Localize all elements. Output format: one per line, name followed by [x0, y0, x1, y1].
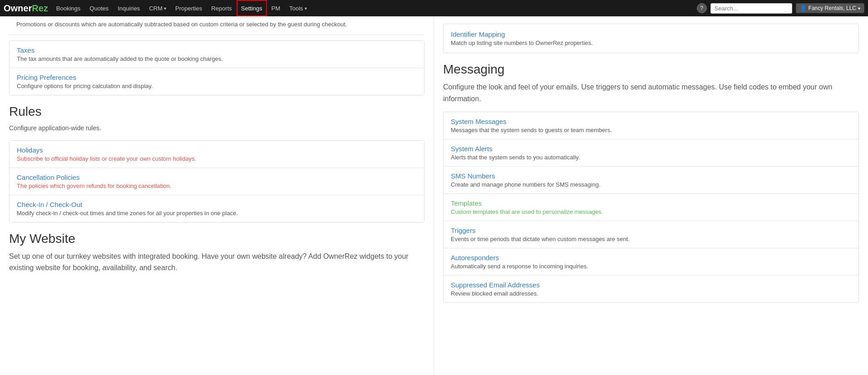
checkin-checkout-title: Check-In / Check-Out	[17, 201, 417, 208]
cancellation-policies-item[interactable]: Cancellation Policies The policies which…	[10, 168, 424, 195]
holidays-subtitle: Subscribe to official holiday lists or c…	[17, 155, 417, 162]
nav-settings[interactable]: Settings	[237, 0, 267, 16]
sms-numbers-title: SMS Numbers	[451, 172, 851, 180]
system-alerts-subtitle: Alerts that the system sends to you auto…	[451, 154, 851, 161]
search-input[interactable]	[710, 3, 792, 14]
identifier-mapping-title: Identifier Mapping	[451, 30, 851, 38]
cancellation-policies-subtitle: The policies which govern refunds for bo…	[17, 183, 417, 189]
user-dropdown[interactable]: 👤 Fancy Rentals, LLC ▾	[796, 3, 864, 13]
holidays-item[interactable]: Holidays Subscribe to official holiday l…	[10, 141, 424, 168]
rules-card-list: Holidays Subscribe to official holiday l…	[9, 140, 424, 222]
pricing-preferences-subtitle: Configure options for pricing calculatio…	[17, 83, 417, 89]
messaging-section-desc: Configure the look and feel of your emai…	[443, 81, 859, 104]
user-icon: 👤	[800, 5, 807, 11]
nav-reports[interactable]: Reports	[207, 0, 237, 16]
taxes-subtitle: The tax amounts that are automatically a…	[17, 55, 417, 62]
checkin-checkout-item[interactable]: Check-In / Check-Out Modify check-in / c…	[10, 195, 424, 222]
cancellation-policies-title: Cancellation Policies	[17, 173, 417, 181]
my-website-section-title: My Website	[9, 232, 424, 246]
right-panel: Identifier Mapping Match up listing site…	[434, 16, 868, 375]
left-panel: Promotions or discounts which are automa…	[0, 16, 434, 375]
rules-section-desc: Configure application-wide rules.	[9, 123, 424, 133]
triggers-title: Triggers	[451, 227, 851, 234]
user-chevron-icon: ▾	[858, 6, 860, 11]
crm-chevron-icon: ▾	[164, 6, 166, 11]
system-messages-title: System Messages	[451, 118, 851, 125]
messaging-section-title: Messaging	[443, 62, 859, 77]
messaging-card-list: System Messages Messages that the system…	[443, 112, 859, 303]
my-website-section-desc: Set up one of our turnkey websites with …	[9, 251, 424, 274]
rules-section-title: Rules	[9, 104, 424, 119]
triggers-subtitle: Events or time periods that dictate when…	[451, 236, 851, 242]
system-alerts-title: System Alerts	[451, 145, 851, 153]
nav-quotes[interactable]: Quotes	[85, 0, 113, 16]
holidays-title: Holidays	[17, 146, 417, 154]
templates-title: Templates	[451, 199, 851, 207]
tools-chevron-icon: ▾	[305, 6, 307, 11]
sms-numbers-item[interactable]: SMS Numbers Create and manage phone numb…	[444, 167, 858, 194]
autoresponders-title: Autoresponders	[451, 254, 851, 262]
pricing-preferences-title: Pricing Preferences	[17, 74, 417, 81]
nav-right: ? 👤 Fancy Rentals, LLC ▾	[697, 3, 864, 14]
system-messages-item[interactable]: System Messages Messages that the system…	[444, 112, 858, 139]
templates-subtitle: Custom templates that are used to person…	[451, 208, 851, 215]
nav-items: Bookings Quotes Inquiries CRM ▾ Properti…	[52, 0, 697, 16]
brand-logo[interactable]: OwnerRez	[4, 3, 48, 14]
nav-pm[interactable]: PM	[267, 0, 285, 16]
checkin-checkout-subtitle: Modify check-in / check-out times and ti…	[17, 210, 417, 217]
taxes-title: Taxes	[17, 46, 417, 54]
brand-rez-text: Rez	[32, 3, 48, 14]
suppressed-email-title: Suppressed Email Addresses	[451, 281, 851, 289]
nav-crm[interactable]: CRM ▾	[144, 0, 171, 16]
nav-tools[interactable]: Tools ▾	[285, 0, 311, 16]
identifier-mapping-card[interactable]: Identifier Mapping Match up listing site…	[443, 24, 859, 53]
clipped-content: Promotions or discounts which are automa…	[9, 16, 424, 35]
suppressed-email-item[interactable]: Suppressed Email Addresses Review blocke…	[444, 276, 858, 302]
suppressed-email-subtitle: Review blocked email addresses.	[451, 290, 851, 297]
user-label: Fancy Rentals, LLC	[809, 5, 856, 11]
main-container: Promotions or discounts which are automa…	[0, 16, 868, 375]
nav-properties[interactable]: Properties	[171, 0, 207, 16]
system-alerts-item[interactable]: System Alerts Alerts that the system sen…	[444, 139, 858, 167]
triggers-item[interactable]: Triggers Events or time periods that dic…	[444, 221, 858, 248]
autoresponders-subtitle: Automatically send a response to incomin…	[451, 263, 851, 270]
identifier-mapping-subtitle: Match up listing site numbers to OwnerRe…	[451, 39, 851, 46]
sms-numbers-subtitle: Create and manage phone numbers for SMS …	[451, 181, 851, 188]
taxes-card[interactable]: Taxes The tax amounts that are automatic…	[9, 40, 424, 95]
help-button[interactable]: ?	[697, 3, 707, 13]
autoresponders-item[interactable]: Autoresponders Automatically send a resp…	[444, 248, 858, 276]
pricing-preferences-item[interactable]: Pricing Preferences Configure options fo…	[10, 68, 424, 95]
nav-bookings[interactable]: Bookings	[52, 0, 85, 16]
system-messages-subtitle: Messages that the system sends to guests…	[451, 127, 851, 133]
nav-inquiries[interactable]: Inquiries	[113, 0, 144, 16]
templates-item[interactable]: Templates Custom templates that are used…	[444, 194, 858, 221]
navbar: OwnerRez Bookings Quotes Inquiries CRM ▾…	[0, 0, 868, 16]
taxes-item[interactable]: Taxes The tax amounts that are automatic…	[10, 41, 424, 68]
brand-owner-text: Owner	[4, 3, 32, 14]
